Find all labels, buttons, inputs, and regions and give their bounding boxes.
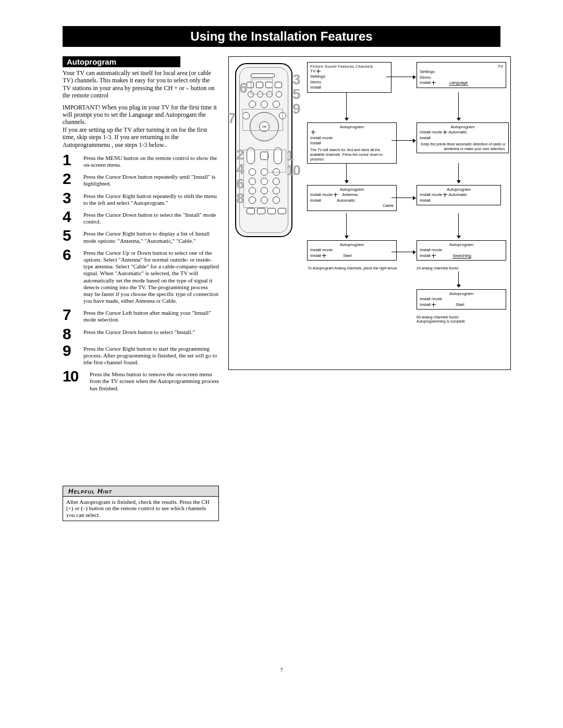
step-num-3: 3 bbox=[63, 192, 79, 206]
callout-num-9: 9 bbox=[292, 102, 301, 116]
step-num-9: 9 bbox=[63, 344, 79, 366]
step-1: 1Press the MENU button on the remote con… bbox=[63, 154, 219, 168]
menu2-item3: Install bbox=[420, 80, 431, 85]
menu5-title: Autoprogram bbox=[310, 187, 394, 192]
menu-box-8: Autoprogram Install mode InstallSearchin… bbox=[417, 240, 506, 261]
step-text-7: Press the Cursor Left button after makin… bbox=[83, 309, 219, 323]
menu9-item2: Install bbox=[420, 302, 431, 307]
step-text-6: Press the Cursor Up or Down button to se… bbox=[83, 249, 219, 305]
right-column: OK bbox=[228, 56, 511, 521]
menu5-item1: Install mode bbox=[310, 192, 333, 197]
callout-num-4: 4 bbox=[236, 162, 244, 177]
menu8-title: Autoprogram bbox=[420, 242, 503, 248]
step-text-4: Press the Cursor Down button to select t… bbox=[83, 211, 219, 225]
callout-frame-dpad bbox=[242, 109, 283, 131]
step-num-1: 1 bbox=[63, 154, 79, 168]
step-2: 2Press the Cursor Down button repeatedly… bbox=[63, 172, 219, 187]
step-num-7: 7 bbox=[63, 309, 79, 323]
menu7-caption: To Autoprogram Analog channels, press th… bbox=[307, 266, 398, 270]
step-7: 7Press the Cursor Left button after maki… bbox=[63, 309, 219, 323]
callout-frame-top bbox=[251, 79, 273, 94]
menu7-title: Autoprogram bbox=[310, 242, 394, 248]
step-num-5: 5 bbox=[63, 229, 79, 244]
menu8-item2: Install bbox=[420, 253, 431, 258]
menu2-right: Language bbox=[449, 80, 468, 85]
menu8-right: Searching bbox=[452, 253, 471, 258]
step-10: 10Press the Menu button to remove the on… bbox=[63, 370, 219, 392]
intro-p3: If you are setting up the TV after turni… bbox=[63, 126, 219, 149]
callout-num-8: 8 bbox=[236, 191, 244, 206]
step-9: 9Press the Cursor Right button to start … bbox=[63, 344, 219, 366]
menu7-item2: Install bbox=[310, 253, 321, 258]
left-column: Autoprogram Your TV can automatically se… bbox=[63, 56, 219, 521]
step-text-8: Press the Cursor Down button to select "… bbox=[83, 328, 219, 340]
menu2-item1: Settings bbox=[420, 69, 503, 75]
step-3: 3Press the Cursor Right button repeatedl… bbox=[63, 192, 219, 206]
menu3-note: The TV will search for, find and store a… bbox=[310, 147, 394, 162]
menu5-opt1: Antenna bbox=[342, 192, 358, 197]
menu-box-5: Autoprogram Install modeAntenna InstallA… bbox=[307, 185, 397, 211]
diagram-box: OK bbox=[228, 56, 511, 370]
menu4-note: Keep the prede-fined automatic detection… bbox=[420, 142, 506, 151]
menu4-item2: Install bbox=[420, 135, 506, 141]
step-text-10: Press the Menu button to remove the on-s… bbox=[90, 370, 219, 392]
menu4-item1: Install mode bbox=[420, 130, 442, 134]
menu-box-2: TV Settings Demo InstallLanguage bbox=[417, 62, 506, 88]
step-num-6: 6 bbox=[63, 249, 79, 305]
step-text-3: Press the Cursor Right button repeatedly… bbox=[83, 192, 219, 206]
menu3-item1: Install mode bbox=[310, 135, 394, 141]
menu4-title: Autoprogram bbox=[420, 125, 506, 130]
step-num-10: 10 bbox=[63, 370, 85, 392]
callout-num-3: 3 bbox=[292, 72, 301, 87]
callout-num-6b: 6 bbox=[236, 177, 244, 191]
menu3-title: Autoprogram bbox=[310, 125, 394, 130]
step-num-4: 4 bbox=[63, 211, 79, 225]
step-5: 5Press the Cursor Right button to displa… bbox=[63, 229, 219, 244]
menu1-item3: Demo bbox=[310, 80, 388, 85]
intro-p1: Your TV can automatically set itself for… bbox=[63, 69, 219, 100]
menu5-opt2: Automatic bbox=[337, 198, 356, 203]
step-text-1: Press the MENU button on the remote cont… bbox=[83, 154, 219, 168]
callout-num-1: 1 bbox=[286, 149, 295, 163]
menu-box-6: Autoprogram Install modeAutomatic Instal… bbox=[417, 185, 501, 205]
menu6-right: Automatic bbox=[448, 192, 467, 197]
hint-title: Helpful Hint bbox=[63, 486, 218, 497]
menu9-title: Autoprogram bbox=[420, 291, 503, 297]
menu-box-1: Picture Sound Features Channels TV Setti… bbox=[307, 62, 391, 93]
section-subtitle: Autoprogram bbox=[63, 56, 180, 67]
callout-num-5: 5 bbox=[292, 87, 301, 102]
step-text-9: Press the Cursor Right button to start t… bbox=[83, 344, 219, 366]
menu6-item1: Install mode bbox=[420, 192, 442, 197]
callout-num-10: 10 bbox=[286, 163, 299, 178]
step-text-2: Press the Cursor Down button repeatedly … bbox=[83, 172, 219, 187]
menu9-caption: 60 analog channels found Autoprogramming… bbox=[417, 315, 465, 323]
page-title: Using the Installation Features bbox=[63, 26, 500, 47]
step-4: 4Press the Cursor Down button to select … bbox=[63, 211, 219, 225]
step-8: 8Press the Cursor Down button to select … bbox=[63, 328, 219, 340]
intro-text: Your TV can automatically set itself for… bbox=[63, 69, 219, 149]
callout-frame-right bbox=[267, 150, 286, 172]
menu9-item1: Install mode bbox=[420, 297, 503, 302]
menu8-caption: 24 analog channels found bbox=[417, 266, 458, 270]
menu-box-3: Autoprogram Install mode Install The TV … bbox=[307, 122, 397, 164]
step-num-8: 8 bbox=[63, 328, 79, 340]
menu2-item2: Demo bbox=[420, 75, 503, 80]
hint-body: After Autoprogram is finished, check the… bbox=[63, 497, 218, 521]
page-number: 7 bbox=[63, 667, 500, 673]
menu-box-7: Autoprogram Install mode InstallStart bbox=[307, 240, 397, 261]
menu7-right: Start bbox=[343, 253, 352, 258]
callout-num-6a: 6 bbox=[239, 81, 248, 95]
step-text-5: Press the Cursor Right button to display… bbox=[83, 229, 219, 244]
helpful-hint-box: Helpful Hint After Autoprogram is finish… bbox=[63, 486, 219, 521]
menu4-right: Automatic bbox=[448, 130, 467, 134]
menu7-item1: Install mode bbox=[310, 248, 394, 253]
callout-num-2: 2 bbox=[236, 147, 244, 162]
menu8-item1: Install mode bbox=[420, 248, 503, 253]
menu1-header: Picture Sound Features Channels bbox=[310, 64, 388, 69]
menu-box-9: Autoprogram Install mode InstallStart bbox=[417, 289, 506, 310]
menu5-item2: Install bbox=[310, 198, 321, 203]
menu1-item4: Install bbox=[310, 85, 388, 90]
menu9-right: Start bbox=[456, 302, 464, 307]
menu6-item2: Install bbox=[420, 198, 498, 203]
callout-frame-left bbox=[243, 150, 268, 208]
